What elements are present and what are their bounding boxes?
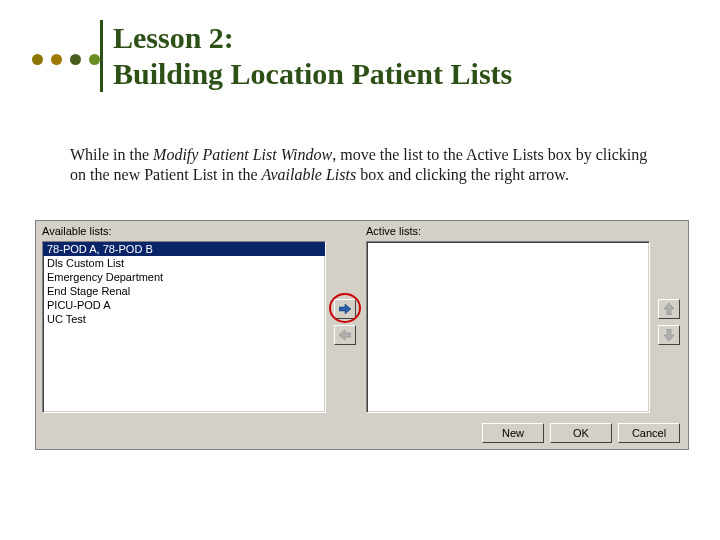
arrow-up-icon [664, 303, 674, 315]
bullet-dot [89, 54, 100, 65]
page-title: Lesson 2: Building Location Patient List… [113, 20, 512, 92]
available-lists-box[interactable]: 78-POD A, 78-POD B Dls Custom List Emerg… [42, 241, 326, 413]
list-item[interactable]: PICU-POD A [43, 298, 325, 312]
arrow-down-icon [664, 329, 674, 341]
move-left-button[interactable] [334, 325, 356, 345]
active-lists-label: Active lists: [366, 225, 421, 237]
cancel-button[interactable]: Cancel [618, 423, 680, 443]
text-emphasis: Modify Patient List Window [153, 146, 332, 163]
title-line-2: Building Location Patient Lists [113, 57, 512, 90]
list-item[interactable]: End Stage Renal [43, 284, 325, 298]
order-buttons [658, 299, 682, 351]
ok-button[interactable]: OK [550, 423, 612, 443]
arrow-right-icon [339, 304, 351, 314]
move-right-button[interactable] [334, 299, 356, 319]
bullet-dot [51, 54, 62, 65]
bullet-dot [70, 54, 81, 65]
available-lists-label: Available lists: [42, 225, 112, 237]
list-item[interactable]: UC Test [43, 312, 325, 326]
instruction-text: While in the Modify Patient List Window,… [70, 145, 660, 185]
dialog-action-buttons: New OK Cancel [482, 423, 680, 443]
list-item[interactable]: Dls Custom List [43, 256, 325, 270]
decorative-bullets [32, 54, 100, 65]
bullet-dot [32, 54, 43, 65]
transfer-buttons [334, 299, 358, 351]
list-item[interactable]: Emergency Department [43, 270, 325, 284]
active-lists-box[interactable] [366, 241, 650, 413]
arrow-left-icon [339, 330, 351, 340]
text-segment: box and clicking the right arrow. [356, 166, 569, 183]
modify-patient-list-dialog: Available lists: Active lists: 78-POD A,… [35, 220, 689, 450]
list-item[interactable]: 78-POD A, 78-POD B [43, 242, 325, 256]
slide-header: Lesson 2: Building Location Patient List… [100, 20, 512, 92]
text-emphasis: Available Lists [262, 166, 357, 183]
move-up-button[interactable] [658, 299, 680, 319]
text-segment: While in the [70, 146, 153, 163]
move-down-button[interactable] [658, 325, 680, 345]
new-button[interactable]: New [482, 423, 544, 443]
title-line-1: Lesson 2: [113, 21, 234, 54]
